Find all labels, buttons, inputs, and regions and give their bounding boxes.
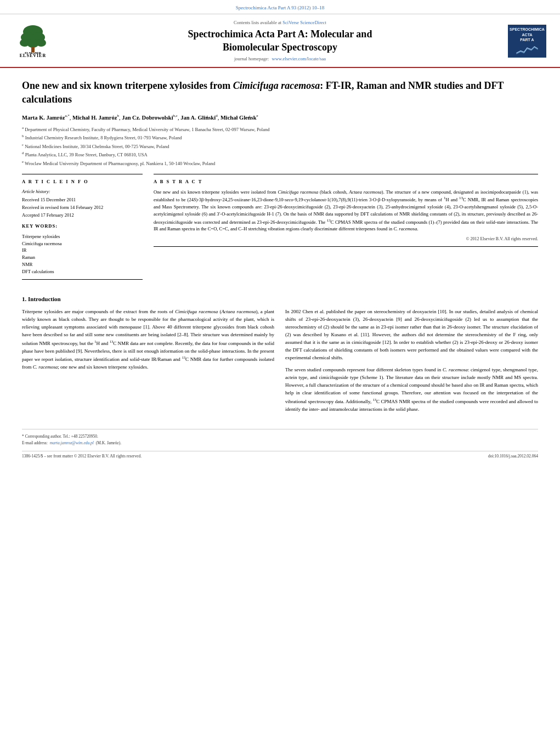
intro-two-col: 1. Introduction Triterpene xylosides are…	[22, 295, 538, 417]
sciverse-contents: Contents lists available at SciVerse Sci…	[66, 20, 494, 26]
article-title: One new and six known triterpene xylosid…	[22, 79, 538, 106]
corresponding-author-note: * Corresponding author. Tel.: +48 225720…	[22, 434, 538, 440]
intro-paragraph-3: The seven studied compounds represent fo…	[285, 366, 538, 414]
journal-homepage-line: journal homepage: www.elsevier.com/locat…	[66, 56, 494, 63]
and-text: and	[230, 226, 237, 231]
keyword-4: Raman	[22, 254, 143, 261]
footer-bottom-bar: 1386-1425/$ – see front matter © 2012 El…	[22, 451, 538, 460]
license-text: 1386-1425/$ – see front matter © 2012 El…	[22, 454, 142, 460]
accepted-date: Accepted 17 February 2012	[22, 212, 143, 219]
journal-logo-box: SPECTROCHIMICA ACTA PART A	[505, 25, 549, 58]
abstract-text: One new and six known triterpene xylosid…	[154, 189, 538, 233]
page-footer: * Corresponding author. Tel.: +48 225720…	[22, 429, 538, 460]
intro-left-col: 1. Introduction Triterpene xylosides are…	[22, 295, 274, 417]
abstract-box: A B S T R A C T One new and six known tr…	[154, 174, 538, 247]
journal-full-title: Spectrochimica Acta Part A: Molecular an…	[66, 28, 494, 54]
elsevier-label: ELSEVIER	[20, 53, 46, 59]
keyword-6: DFT calculations	[22, 268, 143, 275]
received-date: Received 15 December 2011	[22, 197, 143, 203]
intro-paragraph-1: Triterpene xylosides are major compounds…	[22, 308, 274, 372]
email-note: E-mail address: marta.jamroz@wim.edu.pl …	[22, 440, 538, 446]
doi-text: doi:10.1016/j.saa.2012.02.064	[488, 454, 538, 460]
elsevier-logo: ELSEVIER ELSEVIER	[11, 24, 55, 59]
copyright-notice: © 2012 Elsevier B.V. All rights reserved…	[154, 236, 538, 242]
keyword-2: Cimicifuga racemosa	[22, 240, 143, 247]
journal-ref-bar: Spectrochimica Acta Part A 93 (2012) 10–…	[0, 0, 560, 14]
journal-logo-text: SPECTROCHIMICA ACTA PART A	[510, 27, 545, 43]
keyword-3: IR	[22, 247, 143, 254]
keyword-1: Triterpene xylosides	[22, 233, 143, 240]
main-content: One new and six known triterpene xylosid…	[0, 68, 560, 470]
affil-e: e Wroclaw Medical University Department …	[22, 159, 538, 167]
keywords-heading: Key words:	[22, 223, 143, 230]
history-label: Article history:	[22, 189, 143, 195]
svg-point-6	[36, 39, 46, 47]
journal-logo-chart-icon	[513, 44, 541, 55]
article-info-heading: A R T I C L E I N F O	[22, 179, 143, 185]
affil-c: c National Medicines Institute, 30/34 Ch…	[22, 142, 538, 150]
sciverse-link[interactable]: SciVerse ScienceDirect	[282, 20, 326, 25]
abstract-col: A B S T R A C T One new and six known tr…	[154, 174, 538, 286]
journal-title-area: Contents lists available at SciVerse Sci…	[55, 20, 505, 63]
elsevier-tree-icon: ELSEVIER	[16, 24, 49, 54]
affil-a: a Department of Physical Chemistry, Facu…	[22, 125, 538, 133]
affil-b: b Industrial Chemistry Research Institut…	[22, 133, 538, 142]
author-email-link[interactable]: marta.jamroz@wim.edu.pl	[50, 440, 94, 445]
homepage-url[interactable]: www.elsevier.com/locate/saa	[272, 56, 326, 61]
authors-line: Marta K. Jamróza,*, Michał H. Jamrózb, J…	[22, 114, 538, 122]
journal-logo-image: SPECTROCHIMICA ACTA PART A	[508, 25, 546, 58]
article-info-box: A R T I C L E I N F O Article history: R…	[22, 174, 143, 280]
intro-paragraph-2: In 2002 Chen et al. published the paper …	[285, 308, 538, 362]
article-info-col: A R T I C L E I N F O Article history: R…	[22, 174, 143, 286]
revised-date: Received in revised form 14 February 201…	[22, 205, 143, 211]
intro-right-col: In 2002 Chen et al. published the paper …	[285, 295, 538, 417]
keywords-section: Key words: Triterpene xylosides Cimicifu…	[22, 223, 143, 275]
abstract-heading: A B S T R A C T	[154, 179, 538, 185]
affil-d: d Planta Analytica, LLC, 39 Rose Street,…	[22, 150, 538, 159]
journal-header: ELSEVIER ELSEVIER Contents lists availab…	[0, 14, 560, 69]
journal-reference: Spectrochimica Acta Part A 93 (2012) 10–…	[11, 4, 549, 12]
keyword-5: NMR	[22, 261, 143, 268]
article-info-abstract-row: A R T I C L E I N F O Article history: R…	[22, 174, 538, 286]
intro-heading: 1. Introduction	[22, 295, 274, 303]
page: Spectrochimica Acta Part A 93 (2012) 10–…	[0, 0, 560, 741]
introduction-section: 1. Introduction Triterpene xylosides are…	[22, 295, 538, 417]
affiliations-block: a Department of Physical Chemistry, Facu…	[22, 125, 538, 167]
